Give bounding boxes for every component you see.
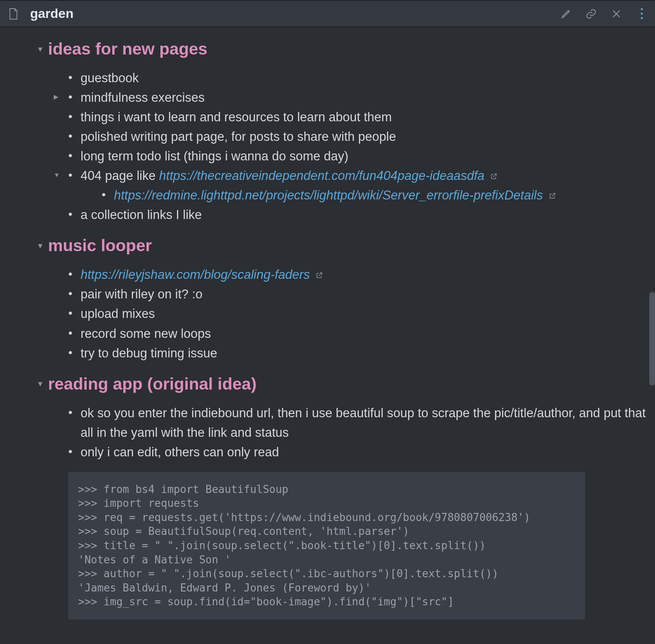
chevron-down-icon[interactable] <box>37 380 44 388</box>
section-heading[interactable]: reading app (original idea) <box>48 375 655 394</box>
heading-text: ideas for new pages <box>48 39 207 59</box>
list-item: https://rileyjshaw.com/blog/scaling-fade… <box>81 265 655 285</box>
external-link-icon <box>316 265 323 272</box>
section-reading-app: reading app (original idea) ok so you en… <box>0 375 655 620</box>
section-ideas: ideas for new pages guestbook ▶ mindfuln… <box>0 39 655 225</box>
section-heading[interactable]: ideas for new pages <box>48 39 655 59</box>
titlebar-actions <box>560 8 648 20</box>
list-item: try to debug timing issue <box>81 344 655 363</box>
list-item: pair with riley on it? :o <box>81 285 655 304</box>
more-button[interactable] <box>635 8 648 20</box>
chevron-down-icon[interactable] <box>37 46 44 53</box>
list-item: ▼ 404 page like https://thecreativeindep… <box>81 166 655 205</box>
external-link-icon <box>549 186 556 193</box>
list-item: things i want to learn and resources to … <box>81 107 655 127</box>
external-link[interactable]: https://rileyjshaw.com/blog/scaling-fade… <box>81 267 310 282</box>
list-item: a collection links I like <box>81 205 655 225</box>
chevron-down-icon[interactable]: ▼ <box>54 170 60 180</box>
page-title: garden <box>30 6 74 21</box>
external-link[interactable]: https://thecreativeindependent.com/fun40… <box>159 169 485 183</box>
list: https://rileyjshaw.com/blog/scaling-fade… <box>48 265 655 363</box>
list: ok so you enter the indiebound url, then… <box>48 403 655 462</box>
titlebar: garden <box>0 0 655 27</box>
list-item: ok so you enter the indiebound url, then… <box>81 403 655 442</box>
file-icon <box>8 7 19 20</box>
section-heading[interactable]: music looper <box>48 236 655 255</box>
sublist: https://redmine.lighttpd.net/projects/li… <box>81 186 655 205</box>
list-item: polished writing part page, for posts to… <box>81 127 655 147</box>
heading-text: music looper <box>48 236 152 255</box>
list-item: guestbook <box>81 68 655 88</box>
list-item: ▶ mindfulness exercises <box>81 88 655 107</box>
close-button[interactable] <box>610 8 622 20</box>
code-block: >>> from bs4 import BeautifulSoup >>> im… <box>68 472 585 620</box>
chevron-right-icon[interactable]: ▶ <box>54 92 59 101</box>
external-link-icon <box>490 166 498 173</box>
link-button[interactable] <box>585 8 597 20</box>
content-area: ideas for new pages guestbook ▶ mindfuln… <box>0 27 655 644</box>
heading-text: reading app (original idea) <box>48 375 257 394</box>
list: guestbook ▶ mindfulness exercises things… <box>48 68 655 225</box>
list-item: upload mixes <box>81 304 655 324</box>
section-music-looper: music looper https://rileyjshaw.com/blog… <box>0 236 655 363</box>
list-item: only i can edit, others can only read <box>81 442 655 462</box>
list-item: long term todo list (things i wanna do s… <box>81 147 655 166</box>
list-item: record some new loops <box>81 324 655 344</box>
external-link[interactable]: https://redmine.lighttpd.net/projects/li… <box>114 188 543 202</box>
scrollbar-thumb[interactable] <box>649 292 655 386</box>
chevron-down-icon[interactable] <box>37 242 44 250</box>
edit-button[interactable] <box>560 8 572 20</box>
list-item: https://redmine.lighttpd.net/projects/li… <box>114 186 655 205</box>
